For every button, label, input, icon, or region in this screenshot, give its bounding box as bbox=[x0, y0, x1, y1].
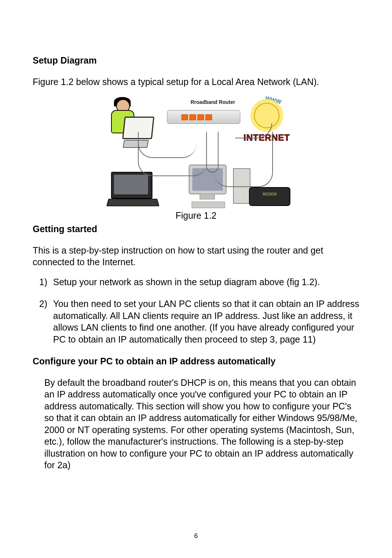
laptop-icon bbox=[107, 172, 158, 208]
list-text: Setup your network as shown in the setup… bbox=[53, 276, 359, 288]
paragraph-configure-body: By default the broadband router's DHCP i… bbox=[33, 377, 359, 471]
paragraph-getting-started: This is a step-by-step instruction on ho… bbox=[33, 244, 359, 268]
list-item: 2) You then need to set your LAN PC clie… bbox=[39, 298, 359, 345]
cable-line bbox=[214, 132, 273, 187]
router-label: Rroadband Router bbox=[191, 99, 235, 105]
list-number: 1) bbox=[39, 276, 47, 288]
network-diagram: Rroadband Router WWW INTERNET bbox=[94, 96, 298, 208]
modem-icon bbox=[249, 187, 290, 206]
heading-configure-pc: Configure your PC to obtain an IP addres… bbox=[33, 355, 359, 367]
list-item: 1) Setup your network as shown in the se… bbox=[39, 276, 359, 288]
list-number: 2) bbox=[39, 298, 47, 310]
document-page: Setup Diagram Figure 1.2 below shows a t… bbox=[0, 0, 392, 558]
figure-container: Rroadband Router WWW INTERNET bbox=[33, 96, 359, 208]
heading-setup-diagram: Setup Diagram bbox=[33, 54, 359, 66]
ordered-list: 1) Setup your network as shown in the se… bbox=[33, 276, 359, 345]
cable-line bbox=[138, 132, 208, 176]
list-text: You then need to set your LAN PC clients… bbox=[53, 298, 359, 345]
page-number: 6 bbox=[0, 532, 392, 540]
heading-getting-started: Getting started bbox=[33, 223, 359, 235]
router-ports-icon bbox=[181, 114, 212, 120]
paragraph-setup-desc: Figure 1.2 below shows a typical setup f… bbox=[33, 76, 359, 88]
figure-caption: Figure 1.2 bbox=[33, 210, 359, 221]
